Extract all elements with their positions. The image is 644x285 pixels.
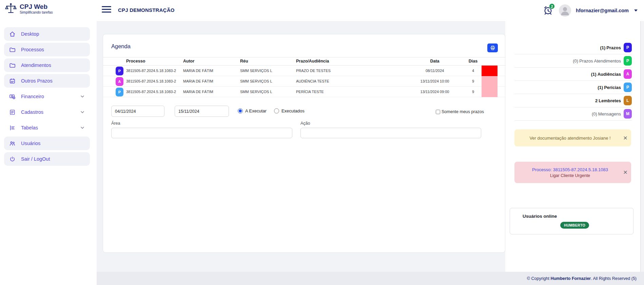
chevron-down-icon[interactable] — [80, 125, 85, 130]
summary-label: Prazos — [606, 45, 621, 50]
sidebar-item-label: Usuários — [21, 141, 40, 146]
radio-a-executar-label[interactable]: A Executar — [245, 108, 267, 113]
copyright-name: Humberto Fornazier — [550, 276, 591, 281]
cell-processo: 3811505-87.2024.5.18.1083-2 — [126, 69, 176, 73]
summary-mensagens[interactable]: (0)Mensagens M — [514, 107, 632, 121]
cell-data: 13/11/2024 10:00 — [402, 79, 468, 83]
folder-icon — [9, 62, 16, 69]
summary-badge: A — [624, 69, 632, 79]
radio-executados[interactable]: Executados — [274, 108, 305, 113]
summary-badge: M — [624, 109, 632, 119]
chevron-down-icon[interactable] — [634, 10, 638, 12]
table-row[interactable]: A 3811505-87.2024.5.18.1083-2 MARIA DE F… — [103, 76, 506, 87]
notification-count-badge: 2 — [549, 3, 555, 9]
power-icon — [9, 156, 16, 162]
app-window: CPJ Web Simplificando tarefas CPJ DEMONS… — [0, 0, 644, 285]
area-input[interactable] — [111, 128, 292, 138]
money-icon — [9, 93, 16, 100]
type-badge: A — [116, 77, 123, 86]
status-color-cell — [482, 76, 497, 87]
sidebar-item-financeiro[interactable]: Financeiro — [4, 90, 90, 103]
type-badge: P — [116, 67, 123, 75]
user-email-menu[interactable]: hfornazier@gmail.com — [576, 8, 629, 13]
cell-processo: 3811505-87.2024.5.18.1083-2 — [126, 79, 176, 83]
sidebar-item-label: Cadastros — [21, 109, 43, 115]
col-header-data: Data — [402, 59, 468, 64]
radio-executados-input[interactable] — [274, 108, 279, 113]
danger-alert-body: Processo: 3811505-87.2024.5.18.1083 Liga… — [514, 167, 620, 178]
process-link[interactable]: Processo: 3811505-87.2024.5.18.1083 — [521, 167, 620, 172]
cell-reu: SMM SERVIÇOS L — [240, 69, 272, 73]
col-header-dias: Dias — [461, 59, 485, 64]
print-button[interactable] — [487, 43, 498, 52]
only-my-deadlines-input[interactable] — [436, 110, 440, 114]
sidebar-item-label: Processos — [21, 47, 44, 52]
sidebar-item-tabelas[interactable]: Tabelas — [4, 121, 90, 135]
sidebar-item-label: Financeiro — [21, 94, 44, 99]
summary-count: (1) — [598, 85, 603, 90]
summary-audiencias[interactable]: (1)Audiências A — [514, 68, 632, 81]
scrollbar[interactable] — [640, 21, 644, 285]
sidebar-item-usuarios[interactable]: Usuários — [4, 137, 90, 150]
summary-prazos-atendimentos[interactable]: (0)Prazos Atendimentos P — [514, 54, 632, 68]
brand-logo[interactable]: CPJ Web Simplificando tarefas — [5, 3, 53, 15]
sidebar-item-logout[interactable]: Sair / LogOut — [4, 152, 90, 166]
chevron-down-icon[interactable] — [80, 109, 85, 115]
cell-data: 13/11/2024 09:00 — [402, 90, 468, 94]
close-icon[interactable]: ✕ — [620, 169, 631, 176]
copyright-prefix: © Copyright — [527, 276, 551, 281]
sidebar-item-desktop[interactable]: Desktop — [4, 27, 90, 41]
radio-executados-label[interactable]: Executados — [281, 108, 305, 113]
summary-count: (0) — [592, 111, 597, 117]
sidebar-item-label: Sair / LogOut — [21, 156, 50, 162]
sidebar-item-processos[interactable]: Processos — [4, 43, 90, 56]
status-radio-group: A Executar Executados — [238, 108, 305, 113]
folder-icon — [9, 47, 16, 53]
col-header-prazo: Prazo/Audiência — [296, 59, 329, 64]
cell-data: 08/11/2024 — [402, 69, 468, 73]
sidebar-item-label: Outros Prazos — [21, 78, 53, 84]
chevron-down-icon[interactable] — [80, 94, 85, 99]
summary-count: (1) — [591, 72, 597, 77]
radio-a-executar[interactable]: A Executar — [238, 108, 267, 113]
summary-count: 2 — [595, 98, 598, 103]
summary-lembretes[interactable]: 2Lembretes L — [514, 94, 632, 107]
summary-prazos[interactable]: (1)Prazos P — [514, 41, 632, 54]
warning-alert-text: Ver documentação atendimento Josiane ! — [514, 136, 620, 141]
online-user-badge: HUMBERTO — [560, 222, 589, 229]
page-title: CPJ DEMONSTRAÇÃO — [118, 7, 175, 13]
only-my-deadlines-checkbox[interactable]: Somente meus prazos — [436, 109, 484, 114]
summary-pericias[interactable]: (1)Perícias P — [514, 81, 632, 94]
table-row[interactable]: P 3811505-87.2024.5.18.1083-2 MARIA DE F… — [103, 66, 506, 76]
sidebar-item-outros-prazos[interactable]: Outros Prazos — [4, 74, 90, 88]
sidebar-item-cadastros[interactable]: Cadastros — [4, 105, 90, 119]
radio-a-executar-input[interactable] — [238, 108, 243, 113]
menu-toggle-icon[interactable] — [102, 6, 111, 14]
scales-logo-icon — [5, 3, 17, 15]
online-users-card: Usuários online HUMBERTO — [510, 208, 633, 234]
brand-tagline: Simplificando tarefas — [20, 10, 53, 14]
sidebar-item-atendimentos[interactable]: Atendimentos — [4, 58, 90, 72]
date-from-input[interactable] — [111, 106, 164, 117]
calendar-icon — [9, 78, 16, 84]
close-icon[interactable]: ✕ — [620, 135, 631, 141]
agenda-title: Agenda — [111, 43, 131, 50]
danger-alert: Processo: 3811505-87.2024.5.18.1083 Liga… — [514, 162, 631, 183]
danger-alert-text: Ligar Cliente Urgente — [521, 173, 620, 178]
copyright-suffix: . All Rights Reserved (5) — [591, 276, 637, 281]
cell-prazo: PRAZO DE TESTES — [296, 69, 331, 73]
footer: © Copyright Humberto Fornazier. All Righ… — [97, 272, 644, 285]
summary-count: (1) — [600, 45, 605, 50]
user-avatar[interactable] — [559, 4, 571, 17]
cell-autor: MARIA DE FÁTIM — [183, 90, 213, 94]
date-to-input[interactable] — [175, 106, 229, 117]
cell-processo: 3811505-87.2024.5.18.1083-2 — [126, 90, 176, 94]
status-color-cell — [482, 87, 497, 97]
table-row[interactable]: P 3811505-87.2024.5.18.1083-2 MARIA DE F… — [103, 87, 506, 97]
only-my-deadlines-label[interactable]: Somente meus prazos — [442, 109, 484, 114]
cell-reu: SMM SERVIÇOS L — [240, 79, 272, 83]
notifications-button[interactable]: 2 — [543, 5, 554, 16]
acao-input[interactable] — [300, 128, 481, 138]
cell-autor: MARIA DE FÁTIM — [183, 69, 213, 73]
col-header-processo: Processo — [126, 59, 145, 64]
